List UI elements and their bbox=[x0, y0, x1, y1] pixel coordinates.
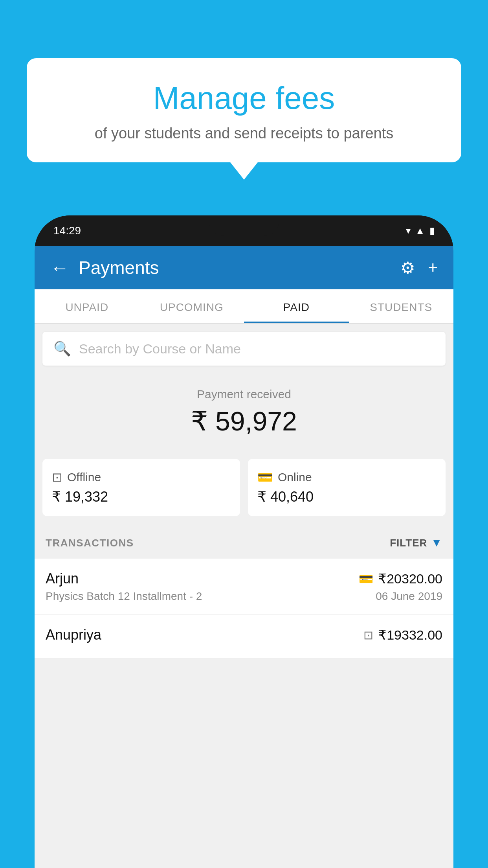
transaction-amount-wrapper-2: ⊡ ₹19332.00 bbox=[363, 627, 442, 643]
settings-icon[interactable]: ⚙ bbox=[400, 258, 415, 278]
transaction-name: Arjun bbox=[46, 570, 79, 587]
transaction-amount: ₹20320.00 bbox=[378, 571, 442, 587]
search-icon: 🔍 bbox=[53, 340, 71, 357]
app-bar-title: Payments bbox=[79, 257, 400, 278]
status-icons: ▾ ▲ ▮ bbox=[406, 225, 435, 236]
app-bar: ← Payments ⚙ + bbox=[35, 246, 453, 289]
wifi-icon: ▾ bbox=[406, 225, 411, 236]
speech-bubble-subtitle: of your students and send receipts to pa… bbox=[46, 125, 442, 142]
speech-bubble-card: Manage fees of your students and send re… bbox=[27, 58, 461, 162]
transaction-row[interactable]: Arjun 💳 ₹20320.00 Physics Batch 12 Insta… bbox=[35, 559, 453, 615]
add-icon[interactable]: + bbox=[428, 258, 438, 277]
tabs-bar: UNPAID UPCOMING PAID STUDENTS bbox=[35, 289, 453, 324]
signal-icon: ▲ bbox=[415, 225, 425, 236]
transaction-row[interactable]: Anupriya ⊡ ₹19332.00 bbox=[35, 615, 453, 658]
tab-students[interactable]: STUDENTS bbox=[349, 289, 454, 323]
payment-total-amount: ₹ 59,972 bbox=[50, 406, 438, 437]
status-bar: 14:29 ▾ ▲ ▮ bbox=[35, 215, 453, 246]
speech-bubble-title: Manage fees bbox=[46, 80, 442, 116]
offline-icon: ⊡ bbox=[52, 470, 62, 485]
transaction-amount-wrapper: 💳 ₹20320.00 bbox=[359, 571, 442, 587]
transaction-course: Physics Batch 12 Installment - 2 bbox=[46, 590, 202, 603]
filter-label: FILTER bbox=[390, 537, 427, 549]
battery-icon: ▮ bbox=[429, 225, 435, 236]
filter-button[interactable]: FILTER ▼ bbox=[390, 537, 442, 549]
transactions-header: TRANSACTIONS FILTER ▼ bbox=[35, 527, 453, 559]
online-card-header: 💳 Online bbox=[257, 470, 436, 485]
tab-paid[interactable]: PAID bbox=[244, 289, 349, 323]
transaction-date: 06 June 2019 bbox=[376, 590, 442, 603]
tab-unpaid[interactable]: UNPAID bbox=[35, 289, 139, 323]
transaction-offline-icon: ⊡ bbox=[363, 628, 373, 642]
online-amount: ₹ 40,640 bbox=[257, 489, 436, 505]
offline-card-header: ⊡ Offline bbox=[52, 470, 231, 485]
online-card: 💳 Online ₹ 40,640 bbox=[248, 459, 446, 516]
offline-amount: ₹ 19,332 bbox=[52, 489, 231, 505]
search-placeholder: Search by Course or Name bbox=[79, 341, 241, 357]
payment-received-label: Payment received bbox=[50, 388, 438, 401]
transaction-name-2: Anupriya bbox=[46, 627, 101, 643]
phone-frame: 14:29 ▾ ▲ ▮ ← Payments ⚙ + UNPAID UPCOMI… bbox=[35, 215, 453, 868]
phone-screen: ← Payments ⚙ + UNPAID UPCOMING PAID STUD… bbox=[35, 246, 453, 868]
transactions-label: TRANSACTIONS bbox=[46, 537, 134, 549]
status-time: 14:29 bbox=[53, 224, 81, 237]
transaction-card-icon: 💳 bbox=[359, 572, 373, 586]
card-icon: 💳 bbox=[257, 470, 273, 485]
online-label: Online bbox=[278, 471, 312, 484]
transaction-top-2: Anupriya ⊡ ₹19332.00 bbox=[46, 627, 442, 643]
offline-label: Offline bbox=[67, 471, 101, 484]
payment-summary: Payment received ₹ 59,972 bbox=[35, 373, 453, 459]
back-button[interactable]: ← bbox=[50, 257, 69, 279]
search-bar[interactable]: 🔍 Search by Course or Name bbox=[42, 332, 446, 366]
app-bar-actions: ⚙ + bbox=[400, 258, 438, 278]
transaction-top: Arjun 💳 ₹20320.00 bbox=[46, 570, 442, 587]
offline-card: ⊡ Offline ₹ 19,332 bbox=[42, 459, 240, 516]
payment-cards: ⊡ Offline ₹ 19,332 💳 Online ₹ 40,640 bbox=[35, 459, 453, 527]
transaction-bottom: Physics Batch 12 Installment - 2 06 June… bbox=[46, 590, 442, 603]
transaction-amount-2: ₹19332.00 bbox=[378, 627, 442, 643]
tab-upcoming[interactable]: UPCOMING bbox=[139, 289, 244, 323]
filter-icon: ▼ bbox=[431, 537, 442, 549]
